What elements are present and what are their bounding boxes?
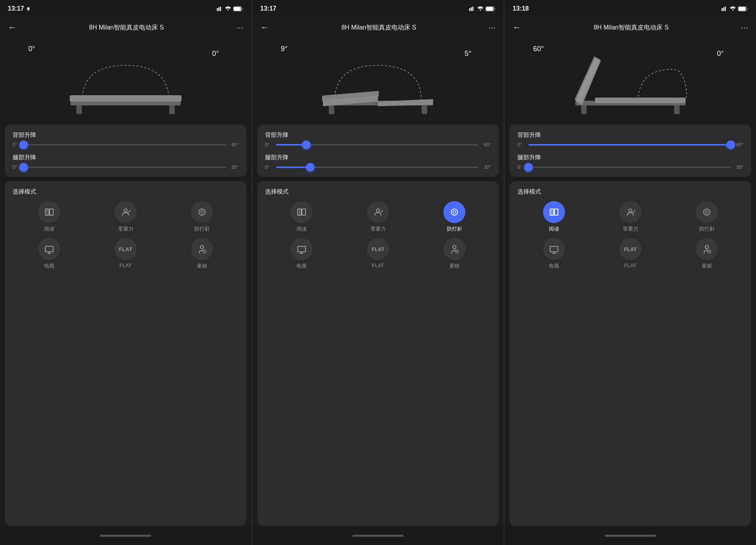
modes-card-3: 选择模式 阅读 零重力 — [510, 181, 751, 526]
svg-rect-58 — [674, 105, 680, 114]
svg-point-47 — [451, 209, 458, 215]
leg-slider-thumb-3[interactable] — [524, 163, 533, 172]
svg-point-26 — [129, 210, 131, 212]
mode-snore-2[interactable]: 防打鼾 — [418, 201, 491, 233]
svg-rect-11 — [486, 7, 493, 11]
mode-child-1[interactable]: 童锁 — [165, 238, 239, 270]
svg-point-49 — [455, 212, 456, 213]
mode-book-1[interactable]: 阅读 — [13, 201, 86, 233]
svg-point-3 — [227, 9, 228, 11]
svg-rect-17 — [739, 7, 746, 11]
sliders-card-1: 背部升降 0° 60° 腿部升降 0° — [5, 124, 246, 177]
svg-point-28 — [200, 212, 202, 213]
mode-flat-1[interactable]: FLAT FLAT — [89, 238, 162, 270]
svg-point-29 — [203, 212, 204, 213]
home-indicator-3[interactable] — [605, 535, 656, 537]
svg-rect-0 — [217, 8, 218, 11]
svg-rect-8 — [472, 7, 474, 11]
svg-marker-61 — [574, 56, 600, 103]
leg-slider-thumb-1[interactable] — [19, 163, 28, 172]
back-button-2[interactable]: ← — [259, 21, 271, 34]
svg-rect-13 — [723, 7, 724, 11]
nav-title-2: 8H Milan智能真皮电动床 S — [274, 24, 484, 32]
leg-slider-thumb-2[interactable] — [306, 163, 315, 172]
bed-illustration-2: 9° 5° — [257, 38, 499, 124]
svg-rect-14 — [725, 7, 726, 11]
mode-tv-2[interactable]: 电视 — [265, 238, 338, 270]
nav-title-1: 8H Milan智能真皮电动床 S — [21, 24, 232, 32]
time-3: 13:18 — [513, 5, 529, 12]
svg-point-48 — [453, 212, 454, 213]
home-indicator-1[interactable] — [100, 535, 151, 537]
svg-rect-12 — [722, 8, 723, 11]
mode-flat-3[interactable]: FLAT FLAT — [594, 238, 667, 270]
svg-point-25 — [124, 209, 127, 212]
svg-point-53 — [453, 246, 456, 249]
modes-card-1: 选择模式 阅读 零重力 — [5, 181, 246, 526]
bed-illustration-3: 60° 0° — [510, 38, 751, 124]
svg-point-46 — [382, 210, 383, 212]
mode-zerog-2[interactable]: 零重力 — [341, 201, 415, 233]
back-slider-thumb-3[interactable] — [726, 140, 735, 149]
bed-illustration-1: 0° 0° — [5, 38, 246, 124]
svg-rect-21 — [70, 95, 182, 102]
mode-zerog-1[interactable]: 零重力 — [89, 201, 162, 233]
svg-rect-57 — [581, 105, 587, 114]
mode-book-2[interactable]: 阅读 — [265, 201, 338, 233]
mode-snore-1[interactable]: 防打鼾 — [165, 201, 239, 233]
svg-rect-60 — [595, 98, 686, 103]
back-slider-thumb-1[interactable] — [19, 140, 28, 149]
svg-point-9 — [480, 9, 481, 11]
modes-title-1: 选择模式 — [13, 188, 239, 196]
svg-point-68 — [705, 212, 706, 213]
svg-rect-6 — [469, 8, 471, 11]
svg-point-65 — [629, 209, 632, 212]
more-button-3[interactable]: ⋯ — [739, 22, 750, 33]
modes-card-2: 选择模式 阅读 零重力 — [257, 181, 499, 526]
svg-rect-5 — [234, 7, 241, 11]
mode-tv-3[interactable]: 电视 — [517, 238, 591, 270]
nav-title-3: 8H Milan智能真皮电动床 S — [526, 24, 736, 32]
mode-zerog-3[interactable]: 零重力 — [594, 201, 667, 233]
sliders-card-2: 背部升降 0° 60° 腿部升降 0° — [257, 124, 499, 177]
svg-point-15 — [732, 9, 733, 11]
sliders-card-3: 背部升降 0° 60° 腿部升降 0° — [510, 124, 751, 177]
mode-book-3[interactable]: 阅读 — [517, 201, 591, 233]
svg-rect-20 — [169, 105, 175, 114]
svg-rect-24 — [50, 209, 53, 215]
svg-rect-2 — [220, 7, 221, 11]
svg-rect-1 — [219, 7, 220, 11]
leg-label-1: 腿部升降 — [13, 154, 239, 161]
home-indicator-2[interactable] — [352, 535, 404, 537]
time-1: 13:17 — [8, 5, 31, 12]
back-button-1[interactable]: ← — [6, 21, 18, 34]
svg-point-33 — [200, 246, 204, 249]
svg-point-69 — [708, 212, 709, 213]
svg-rect-70 — [550, 246, 558, 252]
svg-rect-19 — [76, 105, 82, 114]
more-button-1[interactable]: ⋯ — [235, 22, 245, 33]
svg-point-67 — [704, 209, 710, 215]
mode-snore-3[interactable]: 防打鼾 — [670, 201, 743, 233]
svg-rect-44 — [302, 209, 306, 215]
back-slider-thumb-2[interactable] — [302, 140, 311, 149]
svg-rect-64 — [554, 209, 558, 215]
mode-flat-2[interactable]: FLAT FLAT — [341, 238, 415, 270]
back-button-3[interactable]: ← — [511, 21, 523, 34]
svg-rect-30 — [45, 246, 53, 252]
svg-point-27 — [199, 209, 205, 215]
mode-tv-1[interactable]: 电视 — [13, 238, 86, 270]
back-label-1: 背部升降 — [13, 131, 239, 139]
svg-point-45 — [376, 209, 380, 212]
time-2: 13:17 — [260, 5, 276, 12]
svg-point-73 — [705, 246, 708, 249]
more-button-2[interactable]: ⋯ — [487, 22, 497, 33]
svg-rect-7 — [471, 7, 472, 11]
svg-rect-37 — [329, 105, 334, 114]
mode-child-3[interactable]: 童锁 — [670, 238, 743, 270]
mode-child-2[interactable]: 童锁 — [418, 238, 491, 270]
svg-point-66 — [634, 210, 636, 212]
svg-rect-50 — [298, 246, 306, 252]
svg-rect-38 — [422, 105, 427, 114]
